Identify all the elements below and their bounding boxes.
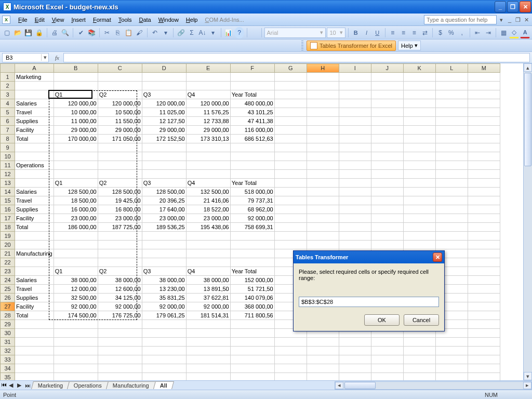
cell-B2[interactable] — [54, 82, 98, 90]
hyperlink-button[interactable]: 🔗 — [176, 27, 186, 38]
cell-B6[interactable]: 11 000,00 — [54, 117, 98, 126]
cell-A18[interactable]: Total — [15, 223, 54, 232]
cell-C33[interactable] — [98, 355, 142, 364]
cell-L20[interactable] — [435, 241, 468, 249]
cell-A27[interactable]: Facility — [15, 302, 54, 311]
cell-M20[interactable] — [468, 241, 500, 249]
cell-I17[interactable] — [339, 214, 371, 223]
menu-help[interactable]: Help — [182, 15, 202, 24]
cell-H32[interactable] — [307, 347, 339, 355]
cell-M24[interactable] — [468, 276, 500, 285]
cell-E34[interactable] — [186, 364, 230, 373]
cell-D21[interactable] — [142, 249, 186, 258]
cell-A13[interactable] — [15, 179, 54, 188]
row-header-23[interactable]: 23 — [1, 267, 15, 276]
tables-transformer-button[interactable]: Tables Transformer for Excel — [307, 41, 396, 51]
cell-J34[interactable] — [371, 364, 403, 373]
cell-G4[interactable] — [274, 99, 307, 108]
cell-J19[interactable] — [371, 232, 403, 241]
cell-H10[interactable] — [307, 152, 339, 161]
cell-D29[interactable] — [142, 320, 186, 329]
cell-F9[interactable] — [230, 143, 274, 152]
cell-B18[interactable]: 186 000,00 — [54, 223, 98, 232]
cell-H5[interactable] — [307, 108, 339, 117]
cell-L17[interactable] — [435, 214, 468, 223]
cell-E29[interactable] — [186, 320, 230, 329]
cell-A2[interactable] — [15, 82, 54, 90]
row-header-4[interactable]: 4 — [1, 99, 15, 108]
cell-B30[interactable] — [54, 329, 98, 338]
column-header-H[interactable]: H — [307, 64, 339, 73]
cell-M22[interactable] — [468, 258, 500, 267]
cell-D8[interactable]: 172 152,50 — [142, 135, 186, 143]
cell-L12[interactable] — [435, 170, 468, 179]
cell-B20[interactable] — [54, 241, 98, 249]
horizontal-scrollbar[interactable]: ◂ ▸ — [335, 381, 532, 390]
italic-button[interactable]: I — [362, 27, 371, 38]
cell-D28[interactable]: 179 061,25 — [142, 311, 186, 320]
cell-L6[interactable] — [435, 117, 468, 126]
cell-D31[interactable] — [142, 338, 186, 347]
menu-view[interactable]: View — [48, 15, 68, 24]
comma-button[interactable]: , — [457, 27, 467, 38]
cell-G11[interactable] — [274, 161, 307, 170]
cell-B34[interactable] — [54, 364, 98, 373]
cell-A15[interactable]: Travel — [15, 196, 54, 205]
cell-A11[interactable]: Operations — [15, 161, 54, 170]
cell-L31[interactable] — [435, 338, 468, 347]
cell-C11[interactable] — [98, 161, 142, 170]
cell-A8[interactable]: Total — [15, 135, 54, 143]
cell-J5[interactable] — [371, 108, 403, 117]
cell-E33[interactable] — [186, 355, 230, 364]
cell-L16[interactable] — [435, 205, 468, 214]
cell-M12[interactable] — [468, 170, 500, 179]
sheet-tab-marketing[interactable]: Marketing — [31, 381, 70, 389]
document-icon[interactable]: X — [2, 16, 10, 24]
scroll-left-button[interactable]: ◂ — [335, 382, 343, 389]
cell-D5[interactable]: 11 025,00 — [142, 108, 186, 117]
cell-C6[interactable]: 11 550,00 — [98, 117, 142, 126]
cell-E30[interactable] — [186, 329, 230, 338]
cell-I18[interactable] — [339, 223, 371, 232]
cell-C17[interactable]: 23 000,00 — [98, 214, 142, 223]
cell-L9[interactable] — [435, 143, 468, 152]
cell-B22[interactable] — [54, 258, 98, 267]
cell-D23[interactable]: Q3 — [142, 267, 186, 276]
cell-I34[interactable] — [339, 364, 371, 373]
cell-F27[interactable]: 368 000,00 — [230, 302, 274, 311]
cell-C19[interactable] — [98, 232, 142, 241]
cell-A24[interactable]: Salaries — [15, 276, 54, 285]
cell-K18[interactable] — [403, 223, 435, 232]
cell-J17[interactable] — [371, 214, 403, 223]
cell-C10[interactable] — [98, 152, 142, 161]
cell-F10[interactable] — [230, 152, 274, 161]
cell-K8[interactable] — [403, 135, 435, 143]
cell-C18[interactable]: 187 725,00 — [98, 223, 142, 232]
cell-J6[interactable] — [371, 117, 403, 126]
cell-E7[interactable]: 29 000,00 — [186, 126, 230, 135]
cell-L5[interactable] — [435, 108, 468, 117]
cell-A23[interactable] — [15, 267, 54, 276]
cell-B28[interactable]: 174 500,00 — [54, 311, 98, 320]
cell-B12[interactable] — [54, 170, 98, 179]
row-header-5[interactable]: 5 — [1, 108, 15, 117]
cell-F8[interactable]: 686 512,63 — [230, 135, 274, 143]
cell-E24[interactable]: 38 000,00 — [186, 276, 230, 285]
fx-icon[interactable]: fx — [51, 55, 63, 61]
cell-I33[interactable] — [339, 355, 371, 364]
cut-button[interactable]: ✂ — [102, 27, 112, 38]
cell-F22[interactable] — [230, 258, 274, 267]
cell-L3[interactable] — [435, 90, 468, 99]
cell-G6[interactable] — [274, 117, 307, 126]
cell-D10[interactable] — [142, 152, 186, 161]
window-maximize-button[interactable]: ❐ — [507, 1, 518, 12]
cell-M29[interactable] — [468, 320, 500, 329]
cell-B24[interactable]: 38 000,00 — [54, 276, 98, 285]
font-name-dropdown[interactable]: Arial▾ — [264, 28, 326, 38]
cell-G1[interactable] — [274, 73, 307, 82]
cell-F19[interactable] — [230, 232, 274, 241]
dialog-ok-button[interactable]: OK — [364, 314, 400, 326]
cell-C26[interactable]: 34 125,00 — [98, 294, 142, 302]
cell-B19[interactable] — [54, 232, 98, 241]
cell-G10[interactable] — [274, 152, 307, 161]
